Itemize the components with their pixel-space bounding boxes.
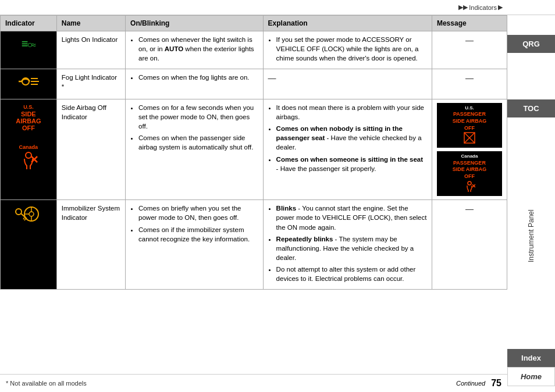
indicator-icon-immobilizer — [1, 200, 57, 290]
side-airbag-message: U.S. PASSENGER SIDE AIRBAG OFF Canada — [432, 99, 507, 200]
breadcrumb: ▶▶ Indicators ▶ — [0, 0, 555, 15]
fog-light-blinking: Comes on when the fog lights are on. — [126, 69, 264, 99]
bottom-bar: * Not available on all models Continued … — [0, 374, 507, 392]
immobilizer-explanation: Blinks - You cannot start the engine. Se… — [263, 200, 432, 290]
svg-line-21 — [23, 218, 24, 219]
breadcrumb-arrows-left: ▶▶ — [458, 3, 468, 11]
home-button[interactable]: Home — [507, 367, 555, 386]
lights-on-message: — — [432, 31, 507, 69]
fog-light-name: Fog Light Indicator * — [56, 69, 125, 99]
message-us-box: U.S. PASSENGER SIDE AIRBAG OFF — [437, 103, 502, 148]
table-row: Immobilizer System Indicator Comes on br… — [1, 200, 507, 290]
fog-light-message: — — [432, 69, 507, 99]
bottom-right: Continued 75 — [456, 378, 501, 389]
immobilizer-message: — — [432, 200, 507, 290]
table-row: ≡○≈ Lights On Indicator Comes on wheneve… — [1, 31, 507, 69]
indicator-icon-side-airbag: U.S. SIDEAIRBAGOFF Canada — [1, 99, 57, 200]
lights-on-name: Lights On Indicator — [56, 31, 125, 69]
toc-button[interactable]: TOC — [507, 99, 555, 117]
right-sidebar: QRG TOC Instrument Panel Index Home — [507, 0, 555, 392]
svg-point-11 — [468, 181, 471, 185]
breadcrumb-arrow-right: ▶ — [498, 3, 503, 11]
lights-on-blinking: Comes on whenever the light switch is on… — [126, 31, 264, 69]
qrg-button[interactable]: QRG — [507, 35, 555, 53]
svg-point-15 — [29, 212, 34, 216]
sidebar-section-label: Instrument Panel — [527, 123, 535, 349]
col-indicator: Indicator — [1, 16, 57, 31]
col-on-blinking: On/Blinking — [126, 16, 264, 31]
indicator-table: Indicator Name On/Blinking Explanation M… — [0, 15, 507, 290]
table-row: Fog Light Indicator * Comes on when the … — [1, 69, 507, 99]
table-row: U.S. SIDEAIRBAGOFF Canada — [1, 99, 507, 200]
message-canada-box: Canada PASSENGER SIDE AIRBAG OFF — [437, 151, 502, 196]
col-name: Name — [56, 16, 125, 31]
lights-on-explanation: If you set the power mode to ACCESSORY o… — [263, 31, 432, 69]
indicator-icon-lights-on: ≡○≈ — [1, 31, 57, 69]
svg-line-22 — [24, 219, 26, 220]
side-airbag-name: Side Airbag Off Indicator — [56, 99, 125, 200]
svg-point-19 — [16, 209, 22, 215]
continued-label: Continued — [456, 380, 485, 387]
fog-light-explanation: — — [263, 69, 432, 99]
col-explanation: Explanation — [263, 16, 432, 31]
side-airbag-blinking: Comes on for a few seconds when you set … — [126, 99, 264, 200]
main-content: Indicator Name On/Blinking Explanation M… — [0, 15, 507, 307]
immobilizer-blinking: Comes on briefly when you set the power … — [126, 200, 264, 290]
breadcrumb-label: Indicators — [469, 4, 497, 11]
indicator-icon-fog-light — [1, 69, 57, 99]
side-airbag-explanation: It does not mean there is a problem with… — [263, 99, 432, 200]
page-number: 75 — [491, 378, 501, 389]
immobilizer-name: Immobilizer System Indicator — [56, 200, 125, 290]
footnote: * Not available on all models — [6, 380, 87, 387]
col-message: Message — [432, 16, 507, 31]
svg-point-5 — [26, 152, 31, 158]
index-button[interactable]: Index — [507, 349, 555, 367]
